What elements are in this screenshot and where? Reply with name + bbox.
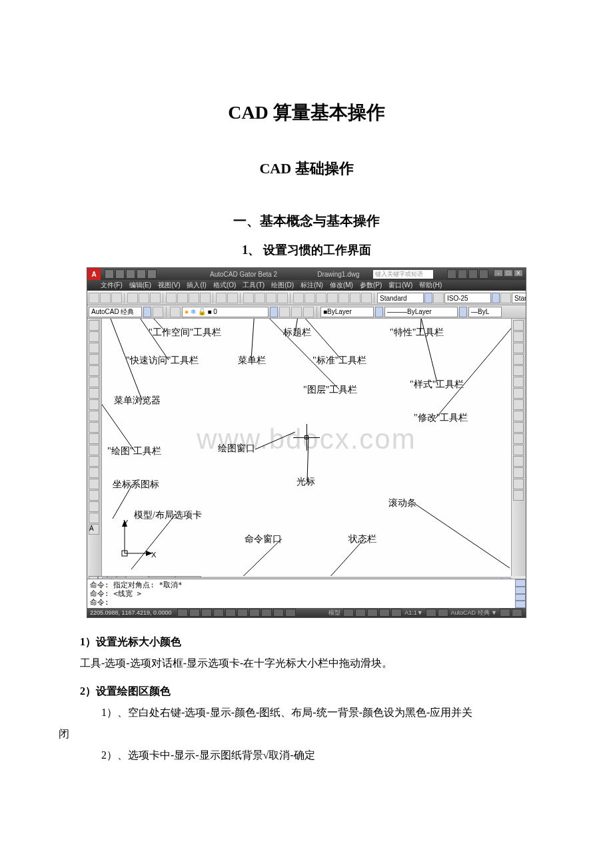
scroll-down-icon[interactable] xyxy=(515,587,526,594)
line-icon[interactable] xyxy=(89,320,99,331)
insert-block-icon[interactable] xyxy=(89,445,99,455)
ortho-icon[interactable] xyxy=(201,609,212,617)
scale-icon[interactable] xyxy=(513,399,524,410)
command-window[interactable]: 命令: 指定对角点: *取消* 命令: <线宽 > 命令: xyxy=(87,579,526,608)
qat-save-icon[interactable] xyxy=(126,269,135,279)
snap-icon[interactable] xyxy=(177,609,188,617)
help-icon[interactable] xyxy=(479,269,488,279)
cut-icon[interactable] xyxy=(166,293,177,303)
status-btn-c[interactable] xyxy=(367,609,378,617)
menu-edit[interactable]: 编辑(E) xyxy=(129,281,151,290)
style-btn2-icon[interactable] xyxy=(500,293,511,303)
mirror-icon[interactable] xyxy=(513,343,524,353)
status-btn-e[interactable] xyxy=(391,609,402,617)
table-icon[interactable] xyxy=(89,513,99,523)
erase-icon[interactable] xyxy=(513,320,524,331)
color-combo[interactable]: ■ ByLayer xyxy=(320,307,374,317)
polyline-icon[interactable] xyxy=(89,343,99,353)
ellipse-icon[interactable] xyxy=(89,422,99,433)
otrack-icon[interactable] xyxy=(237,609,248,617)
qat-new-icon[interactable] xyxy=(105,269,114,279)
layer-match-icon[interactable] xyxy=(303,307,314,317)
undo-icon[interactable] xyxy=(216,293,227,303)
rotate-icon[interactable] xyxy=(513,388,524,399)
status-btn-a[interactable] xyxy=(343,609,354,617)
copy-icon[interactable] xyxy=(177,293,188,303)
table-style-combo[interactable]: Standard xyxy=(512,293,526,303)
redo-icon[interactable] xyxy=(227,293,238,303)
designcenter-icon[interactable] xyxy=(305,293,315,303)
status-model-label[interactable]: 模型 xyxy=(328,609,340,617)
menu-dimension[interactable]: 标注(N) xyxy=(301,281,323,290)
menu-view[interactable]: 视图(V) xyxy=(158,281,180,290)
stretch-icon[interactable] xyxy=(513,411,524,421)
dropdown-icon[interactable] xyxy=(143,307,151,317)
close-button[interactable]: X xyxy=(514,269,523,277)
xline-icon[interactable] xyxy=(89,331,99,342)
dropdown-icon[interactable] xyxy=(375,307,383,317)
status-btn-d[interactable] xyxy=(379,609,390,617)
open-icon[interactable] xyxy=(100,293,111,303)
qat-undo-icon[interactable] xyxy=(137,269,146,279)
move-icon[interactable] xyxy=(513,377,524,387)
favorites-icon[interactable] xyxy=(468,269,478,279)
join-icon[interactable] xyxy=(513,456,524,467)
revcloud-icon[interactable] xyxy=(89,399,99,410)
menu-tools[interactable]: 工具(T) xyxy=(243,281,265,290)
lineweight-combo[interactable]: — ByL xyxy=(468,307,502,317)
qat-redo-icon[interactable] xyxy=(147,269,157,279)
infocenter-icon[interactable] xyxy=(447,269,456,279)
mtext-icon[interactable]: A xyxy=(89,524,99,535)
status-btn-b[interactable] xyxy=(355,609,366,617)
paste-icon[interactable] xyxy=(189,293,199,303)
circle-icon[interactable] xyxy=(89,388,99,399)
cmd-scrollbar[interactable] xyxy=(515,579,526,608)
save-icon[interactable] xyxy=(111,293,122,303)
lwt-icon[interactable] xyxy=(273,609,284,617)
text-style-combo[interactable]: Standard xyxy=(377,293,424,303)
point-icon[interactable] xyxy=(89,467,99,478)
menu-parametric[interactable]: 参数(P) xyxy=(360,281,382,290)
status-btn-f[interactable] xyxy=(426,609,436,617)
sheetset-icon[interactable] xyxy=(327,293,338,303)
region-icon[interactable] xyxy=(89,501,99,512)
zoom-icon[interactable] xyxy=(255,293,265,303)
rectangle-icon[interactable] xyxy=(89,365,99,376)
search-input[interactable]: 键入关键字或短语 xyxy=(373,270,433,279)
qp-icon[interactable] xyxy=(285,609,296,617)
zoom-window-icon[interactable] xyxy=(266,293,277,303)
qat-open-icon[interactable] xyxy=(115,269,125,279)
linetype-combo[interactable]: ——— ByLayer xyxy=(384,307,458,317)
hatch-icon[interactable] xyxy=(89,479,99,489)
status-workspace[interactable]: AutoCAD 经典 ▼ xyxy=(451,609,497,617)
osnap-icon[interactable] xyxy=(225,609,236,617)
menu-window[interactable]: 窗口(W) xyxy=(388,281,412,290)
markup-icon[interactable] xyxy=(338,293,349,303)
maximize-button[interactable]: □ xyxy=(504,269,513,277)
scroll-up-icon[interactable] xyxy=(515,579,526,587)
trim-icon[interactable] xyxy=(513,422,524,433)
polygon-icon[interactable] xyxy=(89,354,99,365)
menu-insert[interactable]: 插入(I) xyxy=(187,281,206,290)
workspace-gear-icon[interactable] xyxy=(153,307,163,317)
menu-help[interactable]: 帮助(H) xyxy=(419,281,442,290)
print-icon[interactable] xyxy=(127,293,138,303)
subscription-icon[interactable] xyxy=(458,269,467,279)
workspace-combo[interactable]: AutoCAD 经典 xyxy=(89,307,142,317)
dim-style-combo[interactable]: ISO-25 xyxy=(444,293,491,303)
scroll-right2-icon[interactable] xyxy=(515,601,526,608)
ellipse-arc-icon[interactable] xyxy=(89,433,99,444)
array-icon[interactable] xyxy=(513,365,524,376)
fillet-icon[interactable] xyxy=(513,479,524,489)
zoom-previous-icon[interactable] xyxy=(277,293,288,303)
explode-icon[interactable] xyxy=(513,490,524,501)
new-icon[interactable] xyxy=(89,293,99,303)
publish-icon[interactable] xyxy=(150,293,161,303)
status-btn-h[interactable] xyxy=(500,609,510,617)
arc-icon[interactable] xyxy=(89,377,99,387)
drawing-area[interactable]: www.bdocx.com "工作空间"工具栏 标题栏 "特性"工 xyxy=(102,319,511,576)
dyn-icon[interactable] xyxy=(261,609,272,617)
spline-icon[interactable] xyxy=(89,411,99,421)
preview-icon[interactable] xyxy=(139,293,149,303)
polar-icon[interactable] xyxy=(213,609,224,617)
